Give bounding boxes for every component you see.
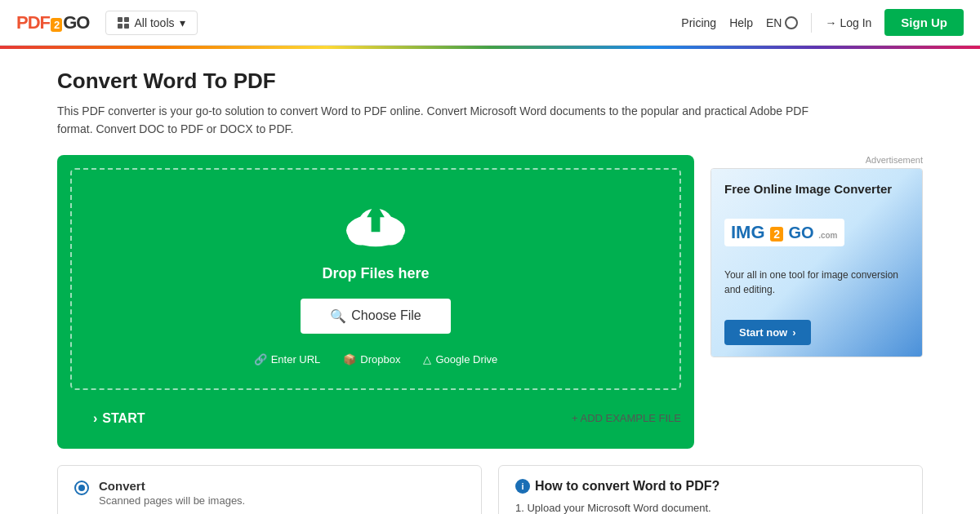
- dropbox-link[interactable]: 📦 Dropbox: [343, 353, 400, 366]
- convert-sublabel: Scanned pages will be images.: [99, 494, 245, 507]
- logo[interactable]: PDF2GO: [16, 12, 89, 33]
- help-link[interactable]: Help: [729, 16, 753, 29]
- ad-top-text: Free Online Image Converter: [724, 180, 892, 197]
- logo-box: 2: [51, 18, 62, 32]
- info-icon: i: [515, 479, 530, 494]
- ad-chevron-icon: ›: [792, 326, 795, 339]
- header-left: PDF2GO All tools ▾: [16, 11, 198, 35]
- all-tools-label: All tools: [134, 16, 174, 29]
- all-tools-button[interactable]: All tools ▾: [105, 11, 197, 35]
- drop-files-text: Drop Files here: [322, 265, 429, 282]
- header-divider: [811, 13, 812, 33]
- signup-button[interactable]: Sign Up: [884, 9, 964, 36]
- grid-icon: [118, 17, 129, 29]
- logo-go: GO: [63, 12, 89, 33]
- content-row: Drop Files here 🔍 Choose File 🔗 Enter UR…: [57, 155, 923, 449]
- ad-sub-text: Your all in one tool for image conversio…: [724, 268, 909, 297]
- ad-headline: Free Online Image Converter: [724, 180, 892, 197]
- page-description: This PDF converter is your go-to solutio…: [57, 102, 808, 139]
- header-right: Pricing Help EN → Log In Sign Up: [681, 9, 964, 36]
- bottom-row: Convert Scanned pages will be images. i …: [57, 465, 923, 514]
- ad-logo-dot: .com: [818, 231, 837, 240]
- howto-title: i How to convert Word to PDF?: [515, 479, 906, 494]
- page-title: Convert Word To PDF: [57, 69, 923, 94]
- howto-panel: i How to convert Word to PDF? 1. Upload …: [498, 465, 923, 514]
- convert-label: Convert: [99, 479, 245, 493]
- choose-file-button[interactable]: 🔍 Choose File: [301, 299, 450, 334]
- ad-panel: Advertisement Free Online Image Converte…: [710, 155, 923, 357]
- logo-pdf: PDF: [16, 12, 50, 33]
- main-content: Convert Word To PDF This PDF converter i…: [41, 49, 939, 514]
- ad-logo-num: 2: [770, 227, 783, 241]
- upload-zone-wrap: Drop Files here 🔍 Choose File 🔗 Enter UR…: [57, 155, 694, 449]
- ad-logo-suffix: GO: [788, 224, 813, 241]
- google-drive-link[interactable]: △ Google Drive: [423, 353, 497, 366]
- ad-logo-row: IMG 2 GO .com: [724, 219, 844, 246]
- howto-title-text: How to convert Word to PDF?: [535, 479, 719, 494]
- google-drive-icon: △: [423, 353, 431, 366]
- language-button[interactable]: EN: [766, 16, 798, 29]
- ad-logo-img-text: IMG: [731, 222, 765, 242]
- enter-url-label: Enter URL: [271, 353, 321, 366]
- google-drive-label: Google Drive: [435, 353, 497, 366]
- convert-text: Convert Scanned pages will be images.: [99, 479, 245, 507]
- start-chevron-icon: ›: [93, 411, 97, 426]
- globe-icon: [785, 16, 798, 29]
- ad-content: Free Online Image Converter IMG 2 GO .co…: [711, 169, 922, 357]
- link-icon: 🔗: [254, 353, 267, 366]
- convert-panel-header: Convert Scanned pages will be images.: [74, 479, 465, 507]
- ad-box: Free Online Image Converter IMG 2 GO .co…: [710, 168, 923, 357]
- login-label: Log In: [840, 16, 871, 29]
- ad-start-button[interactable]: Start now ›: [724, 320, 811, 345]
- start-button[interactable]: › START: [70, 401, 167, 436]
- convert-radio[interactable]: [74, 481, 89, 495]
- howto-step1: 1. Upload your Microsoft Word document.: [515, 502, 906, 514]
- ad-label: Advertisement: [710, 155, 923, 165]
- pricing-link[interactable]: Pricing: [681, 16, 716, 29]
- start-label: START: [102, 411, 145, 426]
- choose-file-label: Choose File: [351, 308, 421, 323]
- dropbox-label: Dropbox: [360, 353, 400, 366]
- header: PDF2GO All tools ▾ Pricing Help EN → Log…: [0, 0, 980, 46]
- ad-logo-img: IMG 2 GO .com: [724, 219, 844, 246]
- upload-zone[interactable]: Drop Files here 🔍 Choose File 🔗 Enter UR…: [70, 168, 681, 390]
- dropbox-icon: 📦: [343, 353, 356, 366]
- upload-options: 🔗 Enter URL 📦 Dropbox △ Google Drive: [254, 353, 498, 366]
- add-example-label: + ADD EXAMPLE FILE: [572, 412, 681, 424]
- convert-panel: Convert Scanned pages will be images.: [57, 465, 482, 514]
- lang-label: EN: [766, 16, 782, 29]
- enter-url-link[interactable]: 🔗 Enter URL: [254, 353, 321, 366]
- upload-cloud-icon: [339, 194, 412, 254]
- ad-start-label: Start now: [739, 326, 787, 339]
- search-icon: 🔍: [330, 308, 346, 324]
- add-example-button[interactable]: + ADD EXAMPLE FILE: [572, 412, 681, 424]
- login-button[interactable]: → Log In: [825, 16, 871, 29]
- action-row: › START + ADD EXAMPLE FILE: [70, 401, 681, 436]
- login-arrow-icon: →: [825, 16, 836, 29]
- radio-inner: [78, 485, 85, 491]
- chevron-down-icon: ▾: [180, 16, 185, 29]
